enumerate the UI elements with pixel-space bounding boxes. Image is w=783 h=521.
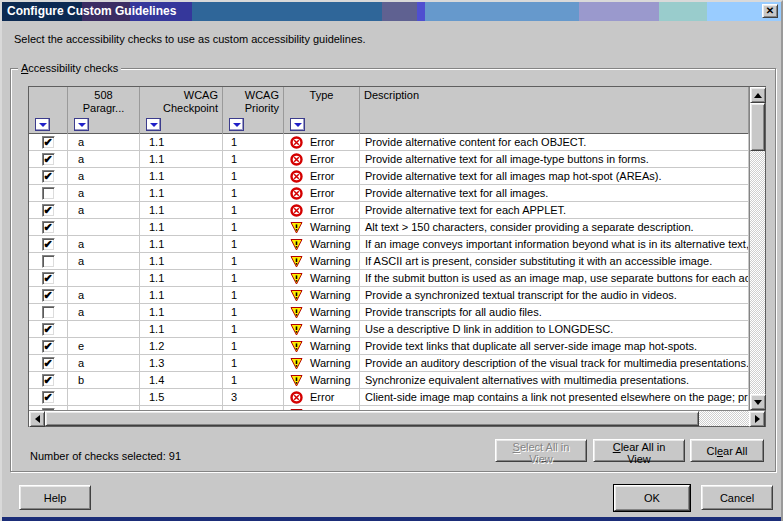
filter-button-type[interactable] <box>290 118 305 131</box>
row-checkbox[interactable]: ✔ <box>42 391 55 404</box>
table-row[interactable]: ✔a1.11ErrorProvide alternative text for … <box>29 168 749 185</box>
cell-select <box>29 304 68 320</box>
filter-button-select[interactable] <box>35 118 50 131</box>
cell-wcag-priority: 3 <box>223 389 284 405</box>
filter-button-wcag-priority[interactable] <box>229 118 244 131</box>
row-checkbox[interactable]: ✔ <box>42 153 55 166</box>
type-label: Warning <box>310 304 351 320</box>
error-icon <box>290 391 303 404</box>
filter-cell-select <box>29 118 68 134</box>
table-row[interactable]: ✔a1.11WarningIf an image conveys importa… <box>29 236 749 253</box>
cell-description: Provide transcripts for all audio files. <box>360 304 749 320</box>
scroll-right-button[interactable] <box>749 411 765 427</box>
filter-button-wcag-checkpoint[interactable] <box>146 118 161 131</box>
window-title: Configure Custom Guidelines <box>2 2 176 21</box>
vertical-scrollbar-thumb[interactable] <box>750 103 765 151</box>
error-icon <box>290 204 303 217</box>
horizontal-scrollbar-track[interactable] <box>699 411 749 426</box>
table-row[interactable]: ✔a1.11ErrorProvide alternative content f… <box>29 134 749 151</box>
dropdown-arrow-icon <box>39 123 47 127</box>
cell-description: Provide alternative text for all images … <box>360 168 749 184</box>
warning-icon <box>290 323 303 336</box>
row-checkbox[interactable]: ✔ <box>42 289 55 302</box>
row-checkbox[interactable]: ✔ <box>42 136 55 149</box>
vertical-scrollbar-track[interactable] <box>750 151 765 394</box>
scroll-up-button[interactable] <box>750 87 766 103</box>
clear-all-button[interactable]: Clear All <box>690 439 764 462</box>
cell-select: ✔ <box>29 287 68 303</box>
cell-select: ✔ <box>29 372 68 388</box>
help-button[interactable]: Help <box>19 485 91 510</box>
error-icon <box>290 187 303 200</box>
scroll-left-button[interactable] <box>29 411 45 427</box>
cell-description: If ASCII art is present, consider substi… <box>360 253 749 269</box>
cell-description: Synchronize equivalent alternatives with… <box>360 372 749 388</box>
cell-508-paragraph: a <box>68 236 140 252</box>
cancel-button[interactable]: Cancel <box>701 485 773 510</box>
cell-508-paragraph: b <box>68 372 140 388</box>
row-checkbox[interactable]: ✔ <box>42 204 55 217</box>
up-arrow-icon <box>754 93 762 98</box>
table-row[interactable]: ✔e1.21WarningProvide text links that dup… <box>29 338 749 355</box>
table-row[interactable]: ✔a1.11ErrorProvide alternative text for … <box>29 202 749 219</box>
vertical-scrollbar[interactable] <box>749 87 765 410</box>
cell-508-paragraph: e <box>68 338 140 354</box>
row-checkbox[interactable] <box>42 255 55 268</box>
error-icon <box>290 136 303 149</box>
table-row[interactable]: a1.11WarningIf ASCII art is present, con… <box>29 253 749 270</box>
type-label: Warning <box>310 236 351 252</box>
cell-wcag-priority: 1 <box>223 253 284 269</box>
type-label: Error <box>310 134 334 150</box>
row-checkbox[interactable]: ✔ <box>42 272 55 285</box>
clear-all-in-view-button[interactable]: Clear All in View <box>593 439 685 462</box>
cell-508-paragraph: a <box>68 151 140 167</box>
warning-icon <box>290 357 303 370</box>
cell-wcag-checkpoint: 1.4 <box>140 372 223 388</box>
table-row[interactable]: ✔a1.11WarningProvide a synchronized text… <box>29 287 749 304</box>
table-row[interactable]: ✔a1.31WarningProvide an auditory descrip… <box>29 355 749 372</box>
row-checkbox[interactable]: ✔ <box>42 340 55 353</box>
warning-icon <box>290 255 303 268</box>
cell-description: Provide an auditory description of the v… <box>360 355 749 371</box>
table-row[interactable]: ✔1.11WarningUse a descriptive D link in … <box>29 321 749 338</box>
row-checkbox[interactable]: ✔ <box>42 374 55 387</box>
horizontal-scrollbar-thumb[interactable] <box>45 411 699 426</box>
cell-508-paragraph: a <box>68 355 140 371</box>
filter-button-508-paragraph[interactable] <box>74 118 89 131</box>
table-row[interactable]: ✔b1.41WarningSynchronize equivalent alte… <box>29 372 749 389</box>
titlebar[interactable]: Configure Custom Guidelines ✕ <box>2 2 781 21</box>
left-arrow-icon <box>35 415 40 423</box>
cell-wcag-priority: 1 <box>223 236 284 252</box>
row-checkbox[interactable]: ✔ <box>42 238 55 251</box>
type-label: Warning <box>310 338 351 354</box>
cell-508-paragraph <box>68 389 140 405</box>
warning-icon <box>290 221 303 234</box>
select-all-in-view-button[interactable]: Select All in View <box>495 439 587 462</box>
row-checkbox[interactable] <box>42 306 55 319</box>
cell-wcag-checkpoint: 1.1 <box>140 219 223 235</box>
horizontal-scrollbar[interactable] <box>29 410 765 426</box>
row-checkbox[interactable]: ✔ <box>42 323 55 336</box>
table-row[interactable]: ✔1.11WarningIf the submit button is used… <box>29 270 749 287</box>
table-row[interactable]: a1.11ErrorProvide alternative text for a… <box>29 185 749 202</box>
table-row[interactable]: ✔1.53ErrorClient-side image map contains… <box>29 389 749 406</box>
table-header: 508Paragr...WCAGCheckpointWCAGPriorityTy… <box>29 87 749 134</box>
cell-type: Warning <box>284 219 360 235</box>
ok-button[interactable]: OK <box>614 485 690 511</box>
table-row[interactable]: a1.11WarningProvide transcripts for all … <box>29 304 749 321</box>
table-row[interactable]: ✔a1.11ErrorProvide alternative text for … <box>29 151 749 168</box>
cell-508-paragraph: a <box>68 287 140 303</box>
row-checkbox[interactable] <box>42 187 55 200</box>
close-button[interactable]: ✕ <box>762 4 778 18</box>
scroll-down-button[interactable] <box>750 394 766 410</box>
cell-description: Provide alternative text for each APPLET… <box>360 202 749 218</box>
cell-wcag-priority: 1 <box>223 219 284 235</box>
row-checkbox[interactable]: ✔ <box>42 357 55 370</box>
cell-type: Warning <box>284 253 360 269</box>
table-row[interactable]: ✔1.11WarningAlt text > 150 characters, c… <box>29 219 749 236</box>
row-checkbox[interactable]: ✔ <box>42 170 55 183</box>
row-checkbox[interactable]: ✔ <box>42 221 55 234</box>
cell-wcag-priority: 1 <box>223 338 284 354</box>
configure-custom-guidelines-dialog: Configure Custom Guidelines ✕ Select the… <box>0 0 783 521</box>
type-label: Warning <box>310 321 351 337</box>
